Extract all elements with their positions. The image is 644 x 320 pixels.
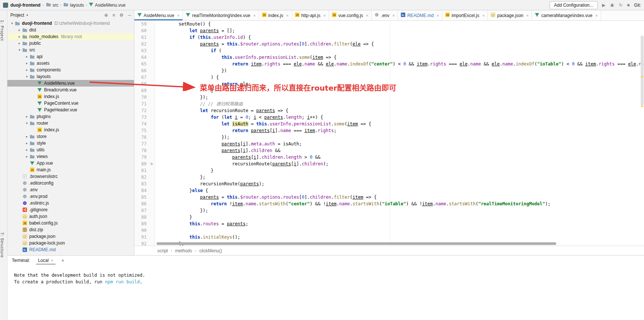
tree-item-assets[interactable]: ▸assets — [7, 60, 134, 67]
expand-arrow-icon[interactable]: ▸ — [17, 35, 22, 38]
tree-item--env[interactable]: .env — [7, 186, 134, 193]
close-icon[interactable]: × — [253, 13, 255, 18]
tree-item-api[interactable]: ▸api — [7, 53, 134, 60]
tree-item--browserslistrc[interactable]: .browserslistrc — [7, 173, 134, 180]
editor-tab-index-js[interactable]: JSindex.js× — [259, 10, 292, 20]
tree-item-index-js[interactable]: JSindex.js — [7, 93, 134, 100]
hide-panel-icon[interactable]: ─ — [128, 13, 131, 18]
tree-item-store[interactable]: ▸store — [7, 133, 134, 140]
close-icon[interactable]: × — [392, 13, 395, 18]
tree-item-utils[interactable]: ▸utils — [7, 146, 134, 153]
tree-item--gitignore[interactable]: .gitignore — [7, 206, 134, 213]
tree-item-babel-config-js[interactable]: JSbabel.config.js — [7, 220, 134, 226]
tree-item-dist[interactable]: ▸dist — [7, 27, 134, 33]
editor-tab-package-json[interactable]: {}package.json× — [488, 10, 532, 20]
tree-item-auth-json[interactable]: {}auth.json — [7, 213, 134, 220]
tree-item-router[interactable]: ▾router — [7, 120, 134, 127]
expand-arrow-icon[interactable]: ▸ — [24, 55, 29, 58]
tree-item-main-js[interactable]: JSmain.js — [7, 166, 134, 173]
tree-item-readme-md[interactable]: M↓README.md — [7, 246, 134, 253]
collapse-arrow-icon[interactable]: ▾ — [24, 75, 29, 78]
horizontal-scrollbar-thumb[interactable] — [157, 242, 556, 245]
add-configuration-button[interactable]: Add Configuration... — [550, 1, 598, 9]
editor-tab-asidemenu-vue[interactable]: AsideMenu.vue× — [134, 10, 183, 20]
tree-item-components[interactable]: ▸components — [7, 67, 134, 73]
run-icon[interactable]: ▶ — [602, 3, 606, 8]
debug-icon[interactable] — [610, 3, 614, 7]
tree-item-pagecontent-vue[interactable]: PageContent.vue — [7, 100, 134, 107]
tree-item-views[interactable]: ▸views — [7, 153, 134, 160]
tree-item-pageheader-vue[interactable]: PageHeader.vue — [7, 107, 134, 113]
tree-item-style[interactable]: ▸style — [7, 140, 134, 146]
tree-item-index-js[interactable]: JSindex.js — [7, 127, 134, 133]
expand-arrow-icon[interactable]: ▸ — [24, 141, 29, 145]
expand-arrow-icon[interactable]: ▸ — [24, 155, 29, 158]
tree-item-package-lock-json[interactable]: {}package-lock.json — [7, 240, 134, 246]
error-stripe-mark[interactable] — [641, 106, 643, 107]
stop-icon[interactable]: ■ — [627, 3, 630, 8]
tree-item-plugins[interactable]: ▸plugins — [7, 113, 134, 120]
close-icon[interactable]: × — [526, 13, 529, 18]
collapse-arrow-icon[interactable]: ▾ — [10, 21, 14, 25]
collapse-arrow-icon[interactable]: ▾ — [24, 121, 29, 125]
close-icon[interactable]: × — [177, 13, 180, 18]
expand-arrow-icon[interactable]: ▸ — [24, 148, 29, 152]
tree-item--env-prod[interactable]: .env.prod — [7, 193, 134, 200]
vertical-scrollbar[interactable] — [640, 21, 644, 246]
expand-arrow-icon[interactable]: ▸ — [24, 61, 29, 65]
tree-item-duoji-frontend[interactable]: ▾duoji-frontendD:\zheheWeb\duoji-fronten… — [7, 20, 134, 27]
vertical-scrollbar-thumb[interactable] — [641, 36, 644, 106]
close-icon[interactable]: × — [286, 13, 288, 18]
new-terminal-session-button[interactable]: + — [61, 257, 64, 263]
editor-tab-realtimemonitoring-index-vue[interactable]: realTimeMonitoring\index.vue× — [183, 10, 259, 20]
settings-gear-icon[interactable]: ⚙ — [120, 13, 124, 18]
terminal-output[interactable]: Note that the development build is not o… — [7, 265, 644, 320]
tree-item--eslintrc-js[interactable]: .eslintrc.js — [7, 200, 134, 206]
breadcrumb-item-src[interactable]: src — [46, 2, 58, 8]
breadcrumb-item-asidemenu-vue[interactable]: AsideMenu.vue — [89, 3, 125, 8]
editor-tab-vue-config-js[interactable]: JSvue.config.js× — [329, 10, 372, 20]
code-editor[interactable]: 59 setRoute() {60 let parents = [];61 if… — [134, 21, 644, 246]
tree-item-dist-zip[interactable]: dist.zip — [7, 226, 134, 233]
editor-tab-readme-md[interactable]: M↓README.md× — [398, 10, 442, 20]
terminal-tab-local[interactable]: Local × — [36, 256, 56, 265]
tree-item-breadcrumb-vue[interactable]: Breadcrumb.vue — [7, 87, 134, 93]
tree-item-layouts[interactable]: ▾layouts — [7, 73, 134, 80]
expand-arrow-icon[interactable]: ▸ — [17, 28, 22, 32]
error-stripe-mark[interactable] — [641, 76, 643, 77]
tree-item-src[interactable]: ▾src — [7, 47, 134, 53]
tree-item-app-vue[interactable]: App.vue — [7, 160, 134, 166]
tool-window-structure-button[interactable]: 7: Structure — [0, 232, 7, 258]
editor-tab-importexcel-js[interactable]: JSimportExcel.js× — [442, 10, 488, 20]
close-icon[interactable]: × — [366, 13, 368, 18]
tool-window-project-button[interactable]: 1: Project — [0, 20, 7, 41]
close-icon[interactable]: × — [482, 13, 484, 18]
editor-breadcrumb-clickmenu-[interactable]: clickMenu() — [199, 248, 222, 253]
editor-tab-cameramanage-index-vue[interactable]: cameraManage\index.vue× — [532, 10, 601, 20]
editor-breadcrumb-script[interactable]: script — [157, 248, 168, 253]
editor-breadcrumb-methods[interactable]: methods — [175, 248, 192, 253]
close-icon[interactable]: × — [437, 13, 439, 18]
expand-arrow-icon[interactable]: ▸ — [24, 115, 29, 118]
collapse-arrow-icon[interactable]: ▾ — [17, 48, 22, 52]
recursive-call-gutter-icon[interactable]: ↻ — [150, 161, 153, 167]
expand-arrow-icon[interactable]: ▸ — [24, 68, 29, 72]
editor-tab--env[interactable]: .env× — [372, 10, 398, 20]
git-branch-label[interactable]: Git: — [634, 3, 641, 8]
breadcrumb-item-layouts[interactable]: layouts — [63, 2, 84, 8]
tree-item--editorconfig[interactable]: .editorconfig — [7, 180, 134, 186]
sync-icon[interactable]: ↻ — [619, 3, 623, 8]
project-panel-title[interactable]: Project — [10, 13, 24, 18]
tree-item-package-json[interactable]: {}package.json — [7, 233, 134, 240]
tree-item-node-modules[interactable]: ▸node_moduleslibrary root — [7, 33, 134, 40]
close-icon[interactable]: × — [596, 13, 598, 18]
editor-tab-http-api-js[interactable]: JShttp-api.js× — [292, 10, 329, 20]
close-icon[interactable]: × — [51, 258, 53, 263]
locate-file-icon[interactable]: ⊕ — [104, 13, 108, 18]
expand-arrow-icon[interactable]: ▸ — [17, 41, 22, 45]
chevron-down-icon[interactable]: ▾ — [26, 13, 28, 17]
tree-item-asidemenu-vue[interactable]: AsideMenu.vue — [7, 80, 134, 87]
tree-item-public[interactable]: ▸public — [7, 40, 134, 47]
close-icon[interactable]: × — [323, 13, 326, 18]
view-options-icon[interactable]: ≡ — [113, 13, 115, 18]
